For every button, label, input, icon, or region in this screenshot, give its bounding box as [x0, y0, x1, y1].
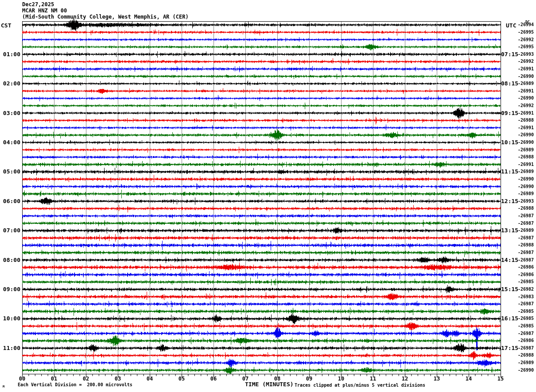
dc-offset-value: -26991 — [518, 111, 534, 115]
dc-offset-value: -26987 — [518, 221, 534, 226]
x-axis-tick-label: 11 — [367, 376, 379, 382]
x-axis-tick-label: 00 — [16, 376, 28, 382]
dc-offset-value: -26990 — [518, 140, 534, 145]
dc-offset-value: -26987 — [518, 250, 534, 255]
x-axis-tick-label: 02 — [80, 376, 92, 382]
dc-offset-value: -26991 — [518, 125, 534, 130]
x-axis-tick-label: 04 — [144, 376, 156, 382]
dc-offset-value: -26989 — [518, 228, 534, 233]
right-timezone-label: UTC — [506, 22, 516, 29]
dc-offset-value: -26990 — [518, 184, 534, 189]
dc-offset-value: -26988 — [518, 118, 534, 123]
dc-offset-value: -26994 — [518, 22, 534, 27]
dc-offset-value: -26983 — [518, 294, 534, 299]
station-location: (Mid-South Community College, West Memph… — [22, 14, 189, 20]
dc-offset-value: -26985 — [518, 309, 534, 314]
dc-offset-value: -26991 — [518, 66, 534, 71]
vertical-scale-note: Each Vertical Division = 200.00 microvol… — [18, 382, 132, 387]
dc-offset-value: -26982 — [518, 287, 534, 292]
cst-hour-label: 01:00 — [0, 51, 20, 58]
dc-offset-value: -26987 — [518, 301, 534, 306]
dc-offset-value: -26993 — [518, 199, 534, 204]
dc-offset-value: -26989 — [518, 360, 534, 365]
dc-offset-value: -26987 — [518, 257, 534, 262]
cst-hour-label: 07:00 — [0, 227, 20, 234]
cst-hour-label: 02:00 — [0, 80, 20, 87]
cst-hour-label: 11:00 — [0, 345, 20, 351]
dc-offset-value: -26991 — [518, 162, 534, 167]
dc-offset-value: -26989 — [518, 169, 534, 174]
dc-offset-value: -26987 — [518, 213, 534, 218]
x-axis-tick-label: 12 — [399, 376, 411, 382]
dc-offset-value: -26989 — [518, 147, 534, 152]
x-axis-tick-label: 01 — [48, 376, 60, 382]
cst-hour-label: 10:00 — [0, 315, 20, 322]
x-axis-tick-label: 14 — [462, 376, 475, 382]
dc-offset-value: -26992 — [518, 103, 534, 108]
dc-offset-value: -26990 — [518, 368, 534, 373]
dc-offset-value: -26995 — [518, 44, 534, 49]
x-axis-title: TIME (MINUTES) — [245, 381, 294, 388]
dc-offset-value: -26986 — [518, 265, 534, 269]
helicorder-traces-canvas — [0, 0, 536, 392]
dc-offset-value: -26986 — [518, 338, 534, 343]
clip-note: Traces clipped at plus/minus 5 vertical … — [295, 383, 425, 388]
dc-offset-value: -26989 — [518, 191, 534, 196]
dc-offset-value: -26988 — [518, 353, 534, 357]
dc-offset-value: -26989 — [518, 81, 534, 86]
dc-offset-value: -26990 — [518, 96, 534, 100]
cst-hour-label: 06:00 — [0, 198, 20, 204]
x-axis-tick-label: 05 — [175, 376, 188, 382]
plot-date: Dec27,2025 — [22, 1, 54, 8]
dc-offset-value: -26987 — [518, 331, 534, 336]
cst-hour-label: 09:00 — [0, 286, 20, 292]
dc-offset-value: -26995 — [518, 30, 534, 35]
dc-offset-value: -26988 — [518, 206, 534, 211]
dc-offset-value: -26985 — [518, 323, 534, 328]
x-axis-tick-label: 15 — [494, 376, 507, 382]
dc-offset-value: -26986 — [518, 272, 534, 277]
dc-offset-value: -26990 — [518, 132, 534, 137]
cst-hour-label: 04:00 — [0, 139, 20, 146]
cst-hour-label: 08:00 — [0, 257, 20, 263]
dc-offset-value: -26991 — [518, 88, 534, 93]
x-axis-tick-label: 03 — [112, 376, 124, 382]
helicorder-page: Dec27,2025 MCAR HNZ NM 00 (Mid-South Com… — [0, 0, 536, 392]
dc-offset-value: -26992 — [518, 37, 534, 42]
dc-offset-value: -26992 — [518, 59, 534, 64]
dc-offset-value: -26993 — [518, 52, 534, 57]
dc-offset-value: -26985 — [518, 316, 534, 321]
left-timezone-label: CST — [1, 22, 11, 29]
dc-offset-value: -26987 — [518, 346, 534, 350]
x-axis-tick-label: 09 — [303, 376, 315, 382]
station-id: MCAR HNZ NM 00 — [22, 8, 67, 14]
cst-hour-label: 03:00 — [0, 110, 20, 116]
dc-offset-value: -26990 — [518, 74, 534, 79]
dc-offset-value: -26990 — [518, 177, 534, 181]
dc-offset-value: -26988 — [518, 154, 534, 159]
dc-offset-value: -26985 — [518, 279, 534, 284]
corner-glyph: M — [3, 385, 4, 388]
x-axis-tick-label: 06 — [207, 376, 220, 382]
dc-offset-value: -26987 — [518, 235, 534, 240]
dc-offset-value: -26988 — [518, 242, 534, 247]
cst-hour-label: 05:00 — [0, 168, 20, 175]
x-axis-tick-label: 13 — [431, 376, 443, 382]
x-axis-tick-label: 10 — [335, 376, 347, 382]
